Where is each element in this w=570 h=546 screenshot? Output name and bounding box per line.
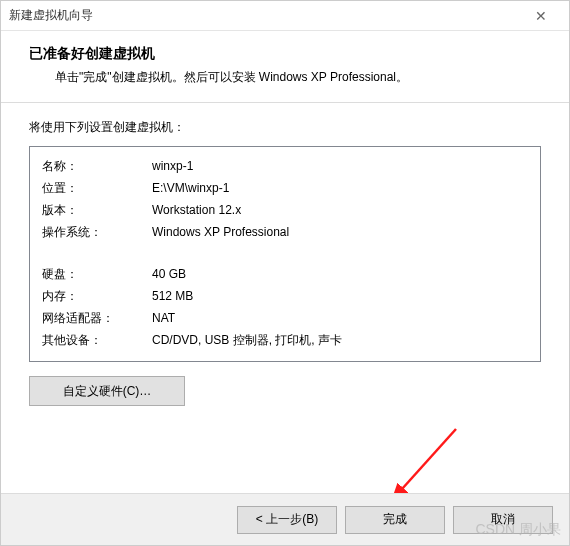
summary-row: 名称： winxp-1 [42,155,528,177]
value-other: CD/DVD, USB 控制器, 打印机, 声卡 [152,329,528,351]
summary-row: 位置： E:\VM\winxp-1 [42,177,528,199]
page-subheading: 单击"完成"创建虚拟机。然后可以安装 Windows XP Profession… [29,69,541,86]
value-os: Windows XP Professional [152,221,528,243]
page-heading: 已准备好创建虚拟机 [29,45,541,63]
finish-button[interactable]: 完成 [345,506,445,534]
titlebar: 新建虚拟机向导 ✕ [1,1,569,31]
summary-row: 内存： 512 MB [42,285,528,307]
label-location: 位置： [42,177,152,199]
summary-row: 硬盘： 40 GB [42,263,528,285]
value-name: winxp-1 [152,155,528,177]
label-version: 版本： [42,199,152,221]
summary-row: 其他设备： CD/DVD, USB 控制器, 打印机, 声卡 [42,329,528,351]
label-other: 其他设备： [42,329,152,351]
label-disk: 硬盘： [42,263,152,285]
value-disk: 40 GB [152,263,528,285]
summary-box: 名称： winxp-1 位置： E:\VM\winxp-1 版本： Workst… [29,146,541,362]
back-button[interactable]: < 上一步(B) [237,506,337,534]
window-title: 新建虚拟机向导 [9,7,521,24]
label-network: 网络适配器： [42,307,152,329]
summary-row: 网络适配器： NAT [42,307,528,329]
spacer [42,243,528,263]
svg-line-0 [393,429,456,499]
wizard-footer: < 上一步(B) 完成 取消 [1,493,569,545]
value-location: E:\VM\winxp-1 [152,177,528,199]
close-icon[interactable]: ✕ [521,8,561,24]
label-os: 操作系统： [42,221,152,243]
label-name: 名称： [42,155,152,177]
cancel-button[interactable]: 取消 [453,506,553,534]
wizard-content: 将使用下列设置创建虚拟机： 名称： winxp-1 位置： E:\VM\winx… [1,103,569,416]
label-memory: 内存： [42,285,152,307]
settings-intro: 将使用下列设置创建虚拟机： [29,119,541,136]
value-network: NAT [152,307,528,329]
summary-row: 版本： Workstation 12.x [42,199,528,221]
summary-row: 操作系统： Windows XP Professional [42,221,528,243]
customize-hardware-button[interactable]: 自定义硬件(C)… [29,376,185,406]
value-version: Workstation 12.x [152,199,528,221]
value-memory: 512 MB [152,285,528,307]
wizard-header: 已准备好创建虚拟机 单击"完成"创建虚拟机。然后可以安装 Windows XP … [1,31,569,103]
